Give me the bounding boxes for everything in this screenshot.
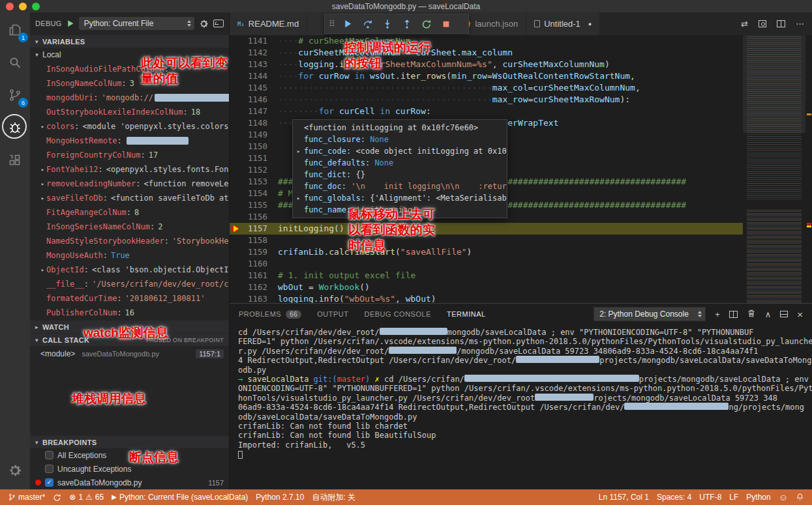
code-line[interactable]: 1144····for curRow in wsOut.iter_rows(mi… — [230, 70, 743, 82]
branch-item[interactable]: master* — [4, 489, 49, 505]
explorer-icon[interactable]: 1 — [5, 20, 25, 40]
variable-row[interactable]: NamedStyleStorybookHeader:'StorybookHea — [30, 234, 229, 248]
breakpoint-row[interactable]: Uncaught Exceptions — [30, 462, 229, 476]
cursor-position-item[interactable]: Ln 1157, Col 1 — [595, 489, 653, 505]
debug-settings-gear-icon[interactable] — [199, 19, 209, 29]
variable-row[interactable]: InSongAudioFilePathColumn: — [30, 62, 229, 76]
tooltip-row[interactable]: func_dict: {} — [293, 169, 507, 180]
tab-readme[interactable]: M↓ README.md — [230, 12, 307, 35]
glyph-margin[interactable] — [230, 129, 241, 141]
glyph-margin[interactable] — [230, 70, 241, 82]
step-out-button[interactable] — [398, 16, 415, 32]
variable-row[interactable]: __file__:'/Users/crifan/dev/dev_root/co — [30, 277, 229, 291]
tab-output[interactable]: OUTPUT — [317, 310, 348, 318]
code-line[interactable]: 1143····logging.info("curSheetMaxColumnN… — [230, 59, 743, 70]
variable-row[interactable]: ▸removeLeadingNumber:<function removeLea — [30, 177, 229, 191]
encoding-item[interactable]: UTF-8 — [695, 489, 725, 505]
terminal-output[interactable]: cd /Users/crifan/dev/dev_root/mongodb/sa… — [230, 325, 812, 489]
breakpoint-checkbox[interactable]: ✓ — [45, 478, 53, 487]
language-mode-item[interactable]: Python — [742, 489, 774, 505]
tooltip-row[interactable]: func_defaults: None — [293, 157, 507, 169]
glyph-margin[interactable] — [230, 270, 241, 281]
toolbar-drag-handle[interactable]: ⠿ — [329, 19, 335, 29]
step-into-button[interactable] — [379, 16, 396, 32]
open-changes-icon[interactable]: ⇄ — [741, 19, 748, 29]
tab-debug-console[interactable]: DEBUG CONSOLE — [365, 310, 431, 318]
glyph-margin[interactable] — [230, 293, 241, 303]
open-preview-icon[interactable] — [759, 20, 766, 27]
debug-target-item[interactable]: ▶ Python: Current File (saveLocalData) — [108, 489, 252, 505]
code-line[interactable]: 1158 — [230, 235, 743, 246]
glyph-margin[interactable] — [230, 59, 241, 70]
close-window-button[interactable] — [6, 3, 14, 10]
start-debug-button[interactable] — [67, 20, 74, 27]
feedback-smiley-icon[interactable]: ☺ — [775, 489, 792, 505]
variable-row[interactable]: FitAgeRangeColNum:8 — [30, 205, 229, 220]
glyph-margin[interactable] — [230, 106, 241, 117]
restart-button[interactable] — [418, 16, 435, 32]
variable-row[interactable]: MongoHostRemote: — [30, 134, 229, 148]
tab-problems[interactable]: P­ROBLEMS 66 — [239, 310, 301, 319]
breakpoints-section-header[interactable]: ▾ BREAKPOINTS — [30, 435, 229, 448]
tooltip-row[interactable]: ▸func_globals: {'Alignment': <MetaSerial… — [293, 192, 507, 204]
code-line[interactable]: 1161# 1. init output excel file — [230, 270, 743, 281]
eol-item[interactable]: LF — [725, 489, 742, 505]
glyph-margin[interactable] — [230, 141, 241, 152]
code-line[interactable]: 1157initLogging() — [230, 223, 743, 235]
code-line[interactable]: 1145····································… — [230, 82, 743, 94]
restore-panel-icon[interactable] — [780, 311, 788, 317]
zoom-window-button[interactable] — [32, 3, 40, 10]
settings-gear-icon[interactable] — [5, 461, 25, 480]
tooltip-row[interactable]: ▸func_code: <code object initLogging at … — [293, 145, 507, 157]
glyph-margin[interactable] — [230, 199, 241, 211]
code-line[interactable]: 1160 — [230, 258, 743, 270]
variable-row[interactable]: PublisherColNum:16 — [30, 306, 229, 320]
code-line[interactable]: 1159crifanLib.calcTimeStart("saveAllFile… — [230, 246, 743, 258]
glyph-margin[interactable] — [230, 211, 241, 223]
breakpoint-row[interactable]: ✓saveDataToMongodb.py1157 — [30, 476, 229, 489]
python-version-item[interactable]: Python 2.7.10 — [252, 489, 308, 505]
indentation-item[interactable]: Spaces: 4 — [653, 489, 695, 505]
glyph-margin[interactable] — [230, 164, 241, 176]
new-terminal-icon[interactable]: + — [715, 310, 720, 319]
debug-config-select[interactable]: Python: Current File — [79, 17, 194, 30]
glyph-margin[interactable] — [230, 235, 241, 246]
variable-row[interactable]: ▸colors:<module 'openpyxl.styles.colors' — [30, 119, 229, 134]
glyph-margin[interactable] — [230, 47, 241, 59]
glyph-margin[interactable] — [230, 188, 241, 199]
minimap-slider[interactable] — [743, 35, 805, 133]
variables-section-header[interactable]: ▾ VARIABLES — [30, 35, 229, 48]
minimap[interactable] — [743, 35, 812, 303]
code-line[interactable]: 1142····curSheetMaxColumnNum = curSheet.… — [230, 47, 743, 59]
glyph-margin[interactable] — [230, 94, 241, 106]
code-line[interactable]: 1146····································… — [230, 94, 743, 106]
glyph-margin[interactable] — [230, 35, 241, 47]
code-line[interactable]: 1162wbOut = Workbook() — [230, 281, 743, 293]
close-panel-icon[interactable]: × — [797, 309, 803, 320]
glyph-margin[interactable] — [230, 152, 241, 164]
variable-row[interactable]: ▸ObjectId:<class 'bson.objectid.ObjectId — [30, 263, 229, 277]
variable-row[interactable]: OutStorybookLexileIndexColNum:18 — [30, 105, 229, 119]
tooltip-row[interactable]: func_closure: None — [293, 134, 507, 145]
tooltip-row[interactable]: func_doc: '\n init logging\n\n :return: — [293, 180, 507, 192]
terminal-select[interactable]: 2: Python Debug Console — [594, 307, 706, 321]
extensions-icon[interactable] — [5, 151, 25, 170]
step-over-button[interactable] — [359, 16, 376, 32]
notifications-bell-icon[interactable] — [792, 489, 808, 505]
minimize-window-button[interactable] — [19, 3, 27, 10]
tab-untitled[interactable]: Untitled-1 ● — [526, 12, 600, 35]
variable-row[interactable]: formatedCurTime:'20180612_180811' — [30, 291, 229, 306]
variable-row[interactable]: InSongNameColNum:3 — [30, 76, 229, 91]
callstack-frame[interactable]: <module> saveDataToMongodb.py 1157:1 — [30, 346, 229, 362]
auto-attach-item[interactable]: 自动附加: 关 — [308, 489, 359, 505]
glyph-margin[interactable] — [230, 223, 241, 235]
watch-section-header[interactable]: ▸ WATCH — [30, 320, 229, 333]
glyph-margin[interactable] — [230, 246, 241, 258]
code-line[interactable]: 1163logging.info("wbOut=%s", wbOut) — [230, 293, 743, 303]
tab-terminal[interactable]: TERMINAL — [447, 310, 486, 318]
glyph-margin[interactable] — [230, 258, 241, 270]
variable-row[interactable]: InSongSeriesNameColNum:2 — [30, 220, 229, 234]
search-icon[interactable] — [5, 53, 25, 72]
glyph-margin[interactable] — [230, 281, 241, 293]
glyph-margin[interactable] — [230, 117, 241, 129]
